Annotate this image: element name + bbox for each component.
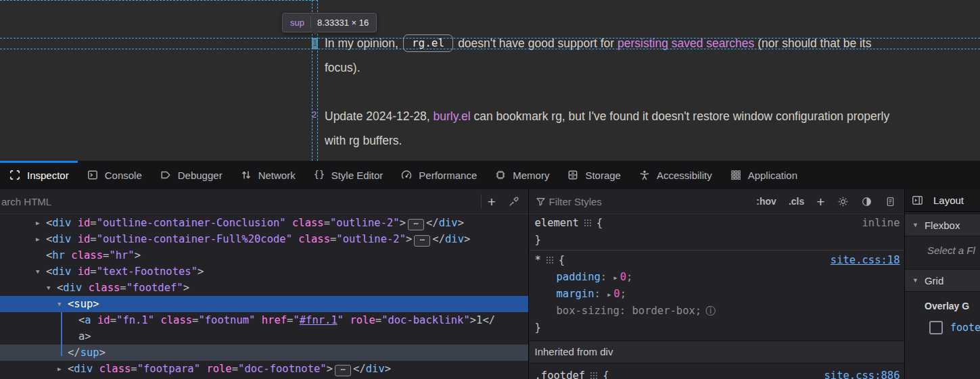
tab-inspector[interactable]: Inspector bbox=[0, 161, 78, 189]
flexbox-section-header[interactable]: ▼ Flexbox bbox=[905, 213, 980, 236]
css-declaration[interactable]: padding: ▶0; bbox=[530, 269, 904, 286]
shorthand-expander-icon[interactable]: ▶ bbox=[614, 274, 617, 281]
tab-style-editor[interactable]: {}Style Editor bbox=[304, 161, 392, 189]
css-declaration[interactable]: box-sizing: border-box;ⓘ bbox=[530, 303, 904, 320]
infobar-tag-name: sup bbox=[290, 18, 304, 28]
tab-label: Inspector bbox=[27, 170, 69, 181]
footnote-1-number: 1 bbox=[312, 39, 317, 48]
class-toggle-button[interactable]: .cls bbox=[783, 189, 810, 213]
grid-section-header[interactable]: ▼ Grid bbox=[905, 269, 980, 292]
tab-debugger[interactable]: Debugger bbox=[151, 161, 231, 189]
infobar-arrow bbox=[311, 31, 319, 35]
tab-network[interactable]: Network bbox=[231, 161, 304, 189]
sidebar-toggle-icon[interactable] bbox=[911, 194, 924, 207]
footnote-1-paragraph: In my opinion,rg.eldoesn't have good sup… bbox=[325, 31, 933, 80]
markup-code: <sup> bbox=[68, 298, 99, 310]
print-media-button[interactable] bbox=[879, 189, 904, 213]
rule-origin: inline bbox=[862, 215, 900, 232]
highlighter-guide-top-edge bbox=[0, 0, 318, 1]
search-html-input[interactable]: arch HTML bbox=[0, 196, 481, 207]
rule-close-brace: } bbox=[530, 320, 904, 336]
rule-selector-line[interactable]: .footdef{site.css:886 bbox=[530, 368, 904, 379]
footnote-1-text-b: doesn't have good support for bbox=[458, 36, 617, 50]
tab-application[interactable]: Application bbox=[721, 161, 806, 189]
expander-closed-icon[interactable]: ▶ bbox=[36, 231, 39, 247]
storage-icon bbox=[567, 169, 579, 181]
expander-open-icon[interactable]: ▼ bbox=[36, 263, 39, 280]
selector-highlighter-icon[interactable] bbox=[584, 219, 592, 227]
stylesheet-link[interactable]: site.css:886 bbox=[824, 368, 900, 379]
filter-styles-input[interactable]: Filter Styles bbox=[549, 196, 751, 207]
pseudo-class-button[interactable]: :hov bbox=[750, 189, 783, 213]
light-theme-button[interactable] bbox=[831, 189, 855, 213]
eyedropper-button[interactable] bbox=[502, 189, 528, 213]
layout-panel: Layout ▼ Flexbox Select a Fl ▼ Grid Over… bbox=[905, 189, 980, 379]
rule-close-brace: } bbox=[530, 232, 904, 249]
markup-row[interactable]: ▼<div id="text-Footnotes"> bbox=[0, 263, 528, 280]
inline-code-rg-el: rg.el bbox=[403, 34, 453, 52]
infobar-dimensions: 8.33331 × 16 bbox=[317, 18, 369, 28]
markup-tree: ▶<div id="outline-container-Conclusion" … bbox=[0, 213, 528, 379]
highlighter-infobar: sup 8.33331 × 16 bbox=[282, 13, 377, 32]
rule-selector-line[interactable]: element{inline bbox=[530, 215, 904, 232]
markup-row[interactable]: ▼<div class="footdef"> bbox=[0, 280, 528, 296]
tab-layout[interactable]: Layout bbox=[933, 195, 964, 206]
add-rule-button[interactable]: + bbox=[810, 189, 831, 213]
filter-button bbox=[530, 189, 549, 213]
rules-body: element{inline}*{site.css:18padding: ▶0;… bbox=[530, 213, 904, 379]
accessibility-icon bbox=[638, 169, 651, 181]
stylesheet-link[interactable]: site.css:18 bbox=[831, 252, 900, 269]
markup-panel: arch HTML + ▶<div id="outline-container-… bbox=[0, 189, 529, 379]
css-declaration[interactable]: margin: ▶0; bbox=[530, 286, 904, 303]
infobar-divider bbox=[310, 17, 311, 28]
collapsed-children-icon[interactable]: ⋯ bbox=[414, 235, 430, 247]
debugger-icon bbox=[160, 169, 172, 181]
inactive-info-icon[interactable]: ⓘ bbox=[705, 305, 716, 317]
markup-row[interactable]: ▶<div class="footpara" role="doc-footnot… bbox=[0, 361, 528, 377]
highlighted-sup-element[interactable]: 1 bbox=[312, 38, 318, 49]
grid-overlay-item-label[interactable]: foote bbox=[950, 322, 980, 334]
selector-highlighter-icon[interactable] bbox=[546, 256, 554, 264]
overlay-grid-label: Overlay G bbox=[925, 301, 980, 311]
burly-el-link[interactable]: burly.el bbox=[434, 109, 471, 123]
rules-toolbar: Filter Styles :hov .cls + bbox=[530, 189, 904, 214]
footnote-2-paragraph: Update 2024-12-28, burly.el can bookmark… bbox=[325, 104, 933, 153]
footnote-2-number[interactable]: 2 bbox=[312, 109, 317, 120]
expander-closed-icon[interactable]: ▶ bbox=[36, 215, 39, 231]
tab-memory[interactable]: Memory bbox=[486, 161, 558, 189]
footnote-1-text-a: In my opinion, bbox=[325, 36, 398, 50]
contrast-button[interactable] bbox=[855, 189, 879, 213]
collapsed-children-icon[interactable]: ⋯ bbox=[408, 219, 424, 230]
tab-console[interactable]: Console bbox=[78, 161, 151, 189]
rule-selector-line[interactable]: *{site.css:18 bbox=[530, 252, 904, 269]
markup-row[interactable]: <a id="fn.1" class="footnum" href="#fnr.… bbox=[0, 312, 528, 345]
grid-overlay-checkbox[interactable] bbox=[929, 321, 943, 334]
network-icon bbox=[240, 169, 252, 181]
grid-overlay-item: foote bbox=[929, 321, 980, 334]
expander-open-icon[interactable]: ▼ bbox=[47, 280, 50, 296]
grid-section-label: Grid bbox=[925, 275, 943, 286]
markup-row[interactable]: <hr class="hr"> bbox=[0, 247, 528, 263]
collapsed-children-icon[interactable]: ⋯ bbox=[335, 365, 351, 376]
print-media-icon bbox=[885, 196, 896, 207]
markup-row[interactable]: ▼<sup> bbox=[0, 296, 528, 312]
browser-viewport: In my opinion,rg.eldoesn't have good sup… bbox=[0, 0, 980, 161]
expander-closed-icon[interactable]: ▶ bbox=[57, 361, 61, 377]
expander-open-icon[interactable]: ▼ bbox=[57, 296, 61, 312]
markup-code: <div class="footpara" role="doc-footnote… bbox=[68, 363, 391, 375]
markup-row[interactable]: ▶<div id="outline-container-Full%20code"… bbox=[0, 231, 528, 247]
contrast-icon bbox=[861, 196, 872, 207]
tab-performance[interactable]: Performance bbox=[392, 161, 486, 189]
tab-storage[interactable]: Storage bbox=[558, 161, 630, 189]
persisting-saved-searches-link[interactable]: persisting saved searches bbox=[617, 36, 754, 50]
markup-row[interactable]: </sup> bbox=[0, 345, 528, 361]
shorthand-expander-icon[interactable]: ▶ bbox=[607, 291, 611, 298]
style-editor-icon: {} bbox=[313, 169, 325, 181]
markup-row[interactable]: ▶<div id="outline-container-Conclusion" … bbox=[0, 215, 528, 231]
tab-label: Network bbox=[258, 170, 296, 181]
markup-code: <div id="text-Footnotes"> bbox=[46, 266, 204, 278]
selector-highlighter-icon[interactable] bbox=[590, 372, 598, 379]
filter-icon bbox=[535, 196, 546, 207]
add-node-button[interactable]: + bbox=[482, 189, 502, 213]
tab-accessibility[interactable]: Accessibility bbox=[630, 161, 721, 189]
